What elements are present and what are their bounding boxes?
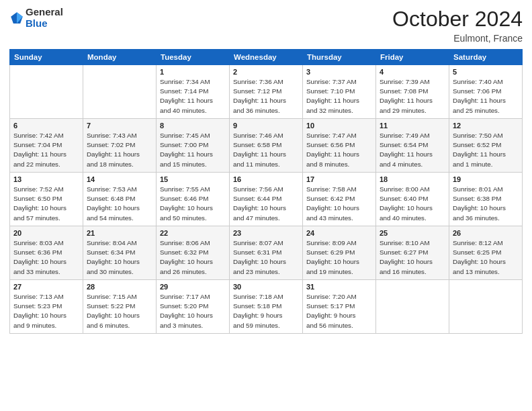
day-info: Sunrise: 7:18 AM Sunset: 5:18 PM Dayligh… [233, 293, 283, 329]
col-sunday: Sunday [10, 50, 83, 65]
day-number: 13 [13, 175, 79, 183]
day-info: Sunrise: 8:00 AM Sunset: 6:40 PM Dayligh… [380, 185, 433, 222]
day-info: Sunrise: 8:06 AM Sunset: 6:32 PM Dayligh… [160, 239, 213, 275]
col-tuesday: Tuesday [157, 50, 230, 65]
day-info: Sunrise: 7:49 AM Sunset: 6:54 PM Dayligh… [380, 132, 433, 168]
day-number: 25 [380, 229, 445, 237]
calendar-week-1: 6Sunrise: 7:42 AM Sunset: 7:04 PM Daylig… [10, 119, 523, 173]
day-info: Sunrise: 8:03 AM Sunset: 6:36 PM Dayligh… [13, 239, 66, 275]
day-info: Sunrise: 8:01 AM Sunset: 6:38 PM Dayligh… [453, 185, 506, 222]
day-info: Sunrise: 7:40 AM Sunset: 7:06 PM Dayligh… [453, 78, 506, 114]
day-info: Sunrise: 8:09 AM Sunset: 6:29 PM Dayligh… [306, 239, 359, 275]
day-number: 12 [453, 122, 519, 130]
day-info: Sunrise: 7:39 AM Sunset: 7:08 PM Dayligh… [380, 78, 433, 114]
day-number: 19 [453, 175, 519, 183]
table-row: 16Sunrise: 7:56 AM Sunset: 6:44 PM Dayli… [230, 173, 303, 226]
day-info: Sunrise: 7:36 AM Sunset: 7:12 PM Dayligh… [233, 78, 286, 114]
day-info: Sunrise: 7:34 AM Sunset: 7:14 PM Dayligh… [160, 78, 213, 114]
day-number: 28 [87, 283, 152, 291]
day-number: 16 [233, 175, 299, 183]
day-info: Sunrise: 7:58 AM Sunset: 6:42 PM Dayligh… [306, 185, 359, 222]
day-number: 15 [160, 175, 226, 183]
table-row: 15Sunrise: 7:55 AM Sunset: 6:46 PM Dayli… [157, 173, 230, 226]
table-row: 24Sunrise: 8:09 AM Sunset: 6:29 PM Dayli… [303, 226, 376, 280]
table-row [376, 280, 449, 334]
title-block: October 2024 Eulmont, France [392, 7, 523, 44]
calendar-week-2: 13Sunrise: 7:52 AM Sunset: 6:50 PM Dayli… [10, 173, 523, 226]
page: General Blue October 2024 Eulmont, Franc… [0, 0, 532, 411]
day-number: 31 [306, 283, 372, 291]
calendar: Sunday Monday Tuesday Wednesday Thursday… [9, 49, 523, 334]
day-number: 10 [306, 122, 372, 130]
table-row: 21Sunrise: 8:04 AM Sunset: 6:34 PM Dayli… [83, 226, 157, 280]
col-monday: Monday [83, 50, 157, 65]
day-number: 26 [453, 229, 519, 237]
day-info: Sunrise: 8:12 AM Sunset: 6:25 PM Dayligh… [453, 239, 506, 275]
day-number: 6 [13, 122, 79, 130]
day-number: 9 [233, 122, 299, 130]
day-info: Sunrise: 8:07 AM Sunset: 6:31 PM Dayligh… [233, 239, 286, 275]
col-thursday: Thursday [303, 50, 376, 65]
day-info: Sunrise: 7:47 AM Sunset: 6:56 PM Dayligh… [306, 132, 359, 168]
day-number: 29 [160, 283, 226, 291]
table-row [83, 65, 157, 119]
day-info: Sunrise: 7:42 AM Sunset: 7:04 PM Dayligh… [13, 132, 66, 168]
day-info: Sunrise: 7:17 AM Sunset: 5:20 PM Dayligh… [160, 293, 213, 329]
day-info: Sunrise: 7:53 AM Sunset: 6:48 PM Dayligh… [87, 185, 140, 222]
calendar-header-row: Sunday Monday Tuesday Wednesday Thursday… [10, 50, 523, 65]
table-row: 6Sunrise: 7:42 AM Sunset: 7:04 PM Daylig… [10, 119, 83, 173]
day-info: Sunrise: 8:04 AM Sunset: 6:34 PM Dayligh… [87, 239, 140, 275]
table-row: 14Sunrise: 7:53 AM Sunset: 6:48 PM Dayli… [83, 173, 157, 226]
table-row: 13Sunrise: 7:52 AM Sunset: 6:50 PM Dayli… [10, 173, 83, 226]
table-row: 2Sunrise: 7:36 AM Sunset: 7:12 PM Daylig… [230, 65, 303, 119]
table-row: 29Sunrise: 7:17 AM Sunset: 5:20 PM Dayli… [157, 280, 230, 334]
location: Eulmont, France [392, 33, 523, 44]
day-info: Sunrise: 7:20 AM Sunset: 5:17 PM Dayligh… [306, 293, 357, 329]
calendar-week-3: 20Sunrise: 8:03 AM Sunset: 6:36 PM Dayli… [10, 226, 523, 280]
day-number: 2 [233, 68, 299, 76]
day-number: 8 [160, 122, 226, 130]
table-row: 19Sunrise: 8:01 AM Sunset: 6:38 PM Dayli… [449, 173, 523, 226]
day-number: 22 [160, 229, 226, 237]
table-row: 28Sunrise: 7:15 AM Sunset: 5:22 PM Dayli… [83, 280, 157, 334]
table-row [449, 280, 523, 334]
table-row: 7Sunrise: 7:43 AM Sunset: 7:02 PM Daylig… [83, 119, 157, 173]
table-row: 11Sunrise: 7:49 AM Sunset: 6:54 PM Dayli… [376, 119, 449, 173]
logo-blue: Blue [26, 18, 63, 30]
table-row: 31Sunrise: 7:20 AM Sunset: 5:17 PM Dayli… [303, 280, 376, 334]
header: General Blue October 2024 Eulmont, Franc… [9, 7, 523, 44]
table-row: 22Sunrise: 8:06 AM Sunset: 6:32 PM Dayli… [157, 226, 230, 280]
day-info: Sunrise: 7:15 AM Sunset: 5:22 PM Dayligh… [87, 293, 140, 329]
table-row: 5Sunrise: 7:40 AM Sunset: 7:06 PM Daylig… [449, 65, 523, 119]
day-number: 17 [306, 175, 372, 183]
day-info: Sunrise: 7:56 AM Sunset: 6:44 PM Dayligh… [233, 185, 286, 222]
day-info: Sunrise: 7:13 AM Sunset: 5:23 PM Dayligh… [13, 293, 66, 329]
day-number: 11 [380, 122, 445, 130]
month-title: October 2024 [392, 7, 523, 32]
day-info: Sunrise: 7:43 AM Sunset: 7:02 PM Dayligh… [87, 132, 140, 168]
day-number: 27 [13, 283, 79, 291]
day-info: Sunrise: 7:52 AM Sunset: 6:50 PM Dayligh… [13, 185, 66, 222]
day-number: 21 [87, 229, 152, 237]
table-row: 30Sunrise: 7:18 AM Sunset: 5:18 PM Dayli… [230, 280, 303, 334]
col-friday: Friday [376, 50, 449, 65]
table-row: 1Sunrise: 7:34 AM Sunset: 7:14 PM Daylig… [157, 65, 230, 119]
table-row: 27Sunrise: 7:13 AM Sunset: 5:23 PM Dayli… [10, 280, 83, 334]
logo-icon [9, 11, 24, 26]
table-row: 10Sunrise: 7:47 AM Sunset: 6:56 PM Dayli… [303, 119, 376, 173]
day-info: Sunrise: 7:50 AM Sunset: 6:52 PM Dayligh… [453, 132, 506, 168]
day-number: 14 [87, 175, 152, 183]
day-number: 23 [233, 229, 299, 237]
logo-general: General [26, 7, 63, 18]
day-info: Sunrise: 7:46 AM Sunset: 6:58 PM Dayligh… [233, 132, 286, 168]
day-info: Sunrise: 7:45 AM Sunset: 7:00 PM Dayligh… [160, 132, 213, 168]
calendar-week-0: 1Sunrise: 7:34 AM Sunset: 7:14 PM Daylig… [10, 65, 523, 119]
day-info: Sunrise: 7:37 AM Sunset: 7:10 PM Dayligh… [306, 78, 359, 114]
day-info: Sunrise: 8:10 AM Sunset: 6:27 PM Dayligh… [380, 239, 433, 275]
logo-text: General Blue [26, 7, 63, 29]
table-row: 4Sunrise: 7:39 AM Sunset: 7:08 PM Daylig… [376, 65, 449, 119]
table-row: 12Sunrise: 7:50 AM Sunset: 6:52 PM Dayli… [449, 119, 523, 173]
day-number: 20 [13, 229, 79, 237]
table-row: 17Sunrise: 7:58 AM Sunset: 6:42 PM Dayli… [303, 173, 376, 226]
table-row: 9Sunrise: 7:46 AM Sunset: 6:58 PM Daylig… [230, 119, 303, 173]
